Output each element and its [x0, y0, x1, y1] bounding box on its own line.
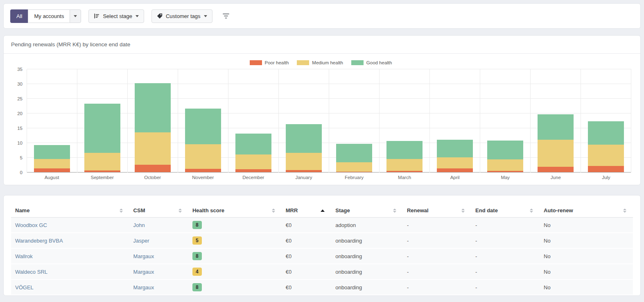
- stage-cell: onboarding: [331, 279, 403, 295]
- column-header-label: End date: [475, 207, 498, 213]
- stacked-bar: [336, 144, 372, 172]
- chart-column: [178, 69, 228, 173]
- column-header-csm[interactable]: CSM: [129, 204, 188, 218]
- stage-cell: onboarding: [331, 233, 403, 248]
- account-name-link[interactable]: Wallrok: [15, 253, 33, 259]
- table-row[interactable]: Waldeco SRLMargaux4€0onboarding--No: [11, 264, 633, 279]
- stacked-bar: [437, 140, 473, 172]
- column-header-label: Renewal: [407, 207, 429, 213]
- select-stage-label: Select stage: [103, 13, 132, 19]
- bar-segment: [84, 104, 120, 153]
- filter-icon[interactable]: [220, 11, 232, 21]
- chart-column: [27, 69, 77, 173]
- bar-segment: [386, 171, 423, 172]
- chart-column: [128, 69, 178, 173]
- sort-icon[interactable]: [120, 209, 123, 213]
- filter-all-button[interactable]: All: [10, 9, 28, 23]
- column-header-mrr[interactable]: MRR: [282, 204, 332, 218]
- sort-icon[interactable]: [179, 209, 182, 213]
- end-date-cell: -: [471, 264, 540, 279]
- chevron-down-icon: [136, 15, 139, 17]
- stacked-bar: [235, 134, 271, 172]
- account-name-link[interactable]: Waldeco SRL: [15, 269, 47, 275]
- column-header-label: CSM: [133, 207, 145, 213]
- table-row[interactable]: Warandeberg BVBAJasper5€0onboarding--No: [11, 233, 633, 248]
- column-header-label: Stage: [335, 207, 350, 213]
- bar-segment: [538, 140, 574, 167]
- x-axis-tick-label: April: [430, 175, 480, 180]
- legend-item[interactable]: Poor health: [250, 60, 289, 65]
- x-axis-tick-label: September: [77, 175, 127, 180]
- account-name-link[interactable]: Woodbox GC: [15, 222, 47, 228]
- sort-icon[interactable]: [530, 209, 533, 213]
- chart-column: [531, 69, 581, 173]
- account-filter-dropdown-button[interactable]: [70, 9, 81, 23]
- select-stage-dropdown[interactable]: Select stage: [88, 9, 144, 23]
- chart-column: [380, 69, 430, 173]
- bar-segment: [538, 114, 574, 140]
- auto-renew-cell: No: [540, 264, 633, 279]
- bar-segment: [386, 159, 423, 171]
- table-row[interactable]: WallrokMargaux8€0onboarding--No: [11, 248, 633, 264]
- legend-item[interactable]: Good health: [351, 60, 392, 65]
- sort-icon[interactable]: [461, 209, 465, 213]
- accounts-table: NameCSMHealth scoreMRRStageRenewalEnd da…: [11, 204, 633, 295]
- bar-segment: [84, 153, 120, 170]
- column-header-auto-renew[interactable]: Auto-renew: [540, 204, 633, 218]
- filter-my-accounts-button[interactable]: My accounts: [28, 9, 70, 23]
- legend-swatch: [250, 60, 262, 65]
- stage-icon: [94, 13, 99, 19]
- table-row[interactable]: VÖGELMargaux8€0onboarding--No: [11, 279, 633, 295]
- column-header-label: Health score: [192, 207, 224, 213]
- customer-tags-label: Customer tags: [166, 13, 201, 19]
- table-header-row: NameCSMHealth scoreMRRStageRenewalEnd da…: [11, 204, 633, 218]
- y-axis-tick-label: 0: [20, 170, 23, 175]
- chart-plot: [27, 69, 631, 173]
- bar-segment: [235, 134, 271, 154]
- renewal-cell: -: [403, 264, 471, 279]
- column-header-health-score[interactable]: Health score: [188, 204, 282, 218]
- pending-renewals-chart-card: Pending renewals (MRR K€) by licence end…: [3, 35, 641, 185]
- bar-segment: [437, 168, 473, 172]
- bar-segment: [538, 167, 574, 172]
- y-axis-tick-label: 5: [20, 155, 23, 160]
- y-axis-tick-label: 25: [17, 96, 23, 101]
- stacked-bar: [588, 121, 624, 172]
- stacked-bar: [286, 124, 322, 172]
- legend-swatch: [297, 60, 309, 65]
- column-header-name[interactable]: Name: [11, 204, 129, 218]
- column-header-end-date[interactable]: End date: [471, 204, 540, 218]
- table-row[interactable]: Woodbox GCJohn8€0adoption--No: [11, 218, 633, 233]
- stacked-bar: [34, 145, 70, 172]
- sort-icon[interactable]: [393, 209, 396, 213]
- sort-icon[interactable]: [272, 209, 275, 213]
- column-header-label: MRR: [286, 207, 298, 213]
- column-header-stage[interactable]: Stage: [331, 204, 403, 218]
- chart-area: Poor healthMedium healthGood health 0510…: [4, 54, 640, 185]
- legend-item[interactable]: Medium health: [297, 60, 343, 65]
- bar-segment: [588, 166, 624, 172]
- sort-ascending-icon[interactable]: [321, 209, 325, 212]
- stacked-bar: [84, 104, 120, 172]
- account-name-link[interactable]: Warandeberg BVBA: [15, 238, 63, 244]
- account-name-link[interactable]: VÖGEL: [15, 284, 34, 291]
- csm-name: Jasper: [133, 238, 149, 244]
- chart-x-axis: AugustSeptemberOctoberNovemberDecemberJa…: [27, 175, 631, 180]
- customer-tags-dropdown[interactable]: Customer tags: [151, 9, 212, 23]
- chart-column: [228, 69, 279, 173]
- csm-name: John: [133, 222, 145, 228]
- chart-column: [77, 69, 128, 173]
- end-date-cell: -: [471, 218, 540, 233]
- stacked-bar: [185, 109, 221, 172]
- renewal-cell: -: [403, 233, 471, 248]
- bar-segment: [135, 132, 171, 165]
- accounts-table-card: NameCSMHealth scoreMRRStageRenewalEnd da…: [3, 195, 641, 296]
- page: All My accounts Select stage: [3, 3, 641, 296]
- legend-swatch: [351, 60, 364, 65]
- sort-icon[interactable]: [623, 209, 626, 213]
- renewal-cell: -: [403, 218, 471, 233]
- auto-renew-cell: No: [540, 233, 633, 248]
- column-header-renewal[interactable]: Renewal: [403, 204, 471, 218]
- x-axis-tick-label: August: [27, 175, 77, 180]
- bar-segment: [487, 159, 523, 171]
